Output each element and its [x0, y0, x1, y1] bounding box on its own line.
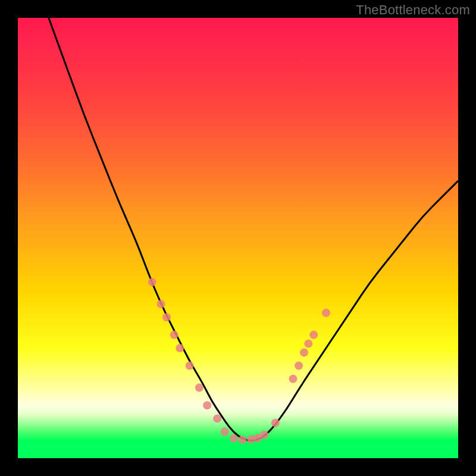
plot-area: [18, 18, 458, 458]
bottleneck-curve: [49, 18, 458, 440]
sample-point: [271, 419, 280, 427]
sample-point: [289, 375, 297, 383]
sample-point: [170, 331, 178, 339]
sample-point: [162, 313, 171, 321]
watermark-text: TheBottleneck.com: [356, 2, 470, 18]
sample-point: [176, 344, 184, 352]
sample-point: [260, 431, 268, 439]
sample-point: [213, 414, 221, 422]
chart-frame: TheBottleneck.com: [0, 0, 476, 476]
sample-point: [295, 362, 303, 370]
sample-point: [238, 436, 246, 444]
sample-point: [230, 434, 238, 443]
sample-point: [300, 348, 308, 356]
sample-point: [221, 428, 229, 436]
sample-point: [322, 309, 330, 317]
sample-point: [203, 401, 211, 409]
sample-point: [304, 340, 312, 348]
sample-point: [309, 331, 318, 339]
sample-point: [195, 384, 203, 392]
sample-point: [148, 278, 156, 286]
curve-layer: [18, 18, 458, 458]
sample-point: [186, 362, 194, 370]
sample-point: [156, 300, 165, 308]
